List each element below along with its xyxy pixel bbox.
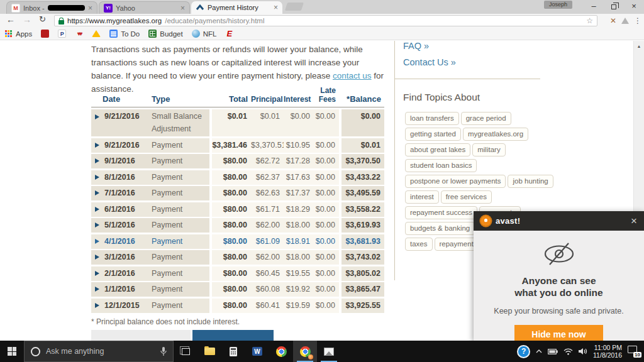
cell-balance: $3,925.55 [341, 299, 384, 313]
expand-arrow-icon[interactable] [91, 138, 103, 153]
table-row[interactable]: 6/1/2016 Payment $80.00 $61.71 $18.29 $0… [91, 202, 384, 217]
volume-icon[interactable] [579, 348, 587, 355]
table-row[interactable]: 4/1/2016 Payment $80.00 $61.09 $18.91 $0… [91, 234, 384, 249]
bookmark-item[interactable]: Budget [148, 30, 182, 38]
bookmark-item[interactable] [92, 30, 101, 37]
restore-button[interactable] [604, 0, 624, 14]
table-row[interactable]: 12/1/2015 Payment $80.00 $60.41 $19.59 $… [91, 299, 384, 313]
apps-shortcut[interactable]: Apps [5, 30, 32, 38]
expand-arrow-icon[interactable] [91, 154, 103, 168]
topic-tag[interactable]: student loan basics [405, 159, 477, 172]
chrome-button[interactable] [269, 341, 293, 362]
contact-us-link[interactable]: contact us [333, 71, 372, 80]
scrollbar-up-arrow[interactable]: ▲ [634, 41, 644, 48]
bookmark-item[interactable]: To Do [109, 30, 140, 38]
topic-tag[interactable]: postpone or lower payments [405, 175, 506, 188]
avast-extension-icon[interactable]: ✕ [610, 16, 616, 25]
action-center-button[interactable]: 10 [628, 346, 640, 357]
expand-arrow-icon[interactable] [91, 218, 103, 233]
microphone-icon[interactable] [160, 347, 167, 356]
reload-icon[interactable]: ↻ [39, 14, 46, 24]
chrome-active-button[interactable] [293, 341, 317, 362]
back-icon[interactable]: ← [6, 14, 15, 25]
battery-icon[interactable] [548, 349, 558, 354]
topic-tag[interactable]: taxes [405, 238, 433, 251]
tab-favicon [196, 3, 204, 12]
expand-arrow-icon[interactable] [91, 266, 103, 281]
hide-me-now-button[interactable]: Hide me now [514, 325, 602, 341]
cell-date: 9/21/2016 [103, 138, 152, 153]
bookmark-item[interactable]: E [225, 30, 233, 38]
topic-tag[interactable]: grace period [461, 112, 511, 125]
expand-arrow-icon[interactable] [91, 202, 103, 217]
topic-tag[interactable]: budgets & banking [405, 222, 475, 235]
close-window-button[interactable]: × [624, 0, 644, 14]
tab-close-icon[interactable]: × [274, 4, 278, 11]
topic-tag[interactable]: interest [405, 190, 439, 204]
profile-chip[interactable]: Joseph [544, 1, 572, 9]
help-icon[interactable]: ? [517, 345, 530, 358]
bookmark-item[interactable]: NFL [192, 30, 217, 38]
table-row[interactable]: 2/1/2016 Payment $80.00 $60.45 $19.55 $0… [91, 266, 384, 281]
table-row[interactable]: 9/21/2016 Payment $3,381.46 $3,370.51 $1… [91, 138, 384, 153]
table-row[interactable]: 7/1/2016 Payment $80.00 $62.63 $17.37 $0… [91, 186, 384, 200]
topic-tag[interactable]: free services [441, 190, 492, 204]
minimize-button[interactable]: – [584, 0, 604, 14]
url-host: https://www.mygreatlakes.org [67, 17, 162, 25]
new-tab-button[interactable] [285, 3, 304, 11]
expand-arrow-icon[interactable] [91, 109, 103, 137]
expand-arrow-icon[interactable] [91, 282, 103, 297]
topic-tag[interactable]: military [472, 143, 505, 156]
word-button[interactable]: W [245, 341, 269, 362]
table-row[interactable]: 1/1/2016 Payment $80.00 $60.08 $19.92 $0… [91, 282, 384, 297]
tab-close-icon[interactable]: × [88, 4, 92, 12]
browser-tab[interactable]: Payment History × [191, 1, 282, 14]
table-row[interactable]: 5/1/2016 Payment $80.00 $62.00 $18.00 $0… [91, 218, 384, 233]
faq-link[interactable]: FAQ » [403, 41, 429, 51]
topic-tag[interactable]: loan transfers [405, 112, 459, 125]
primary-action-button[interactable] [192, 330, 274, 341]
expand-arrow-icon[interactable] [91, 299, 103, 313]
browser-tab[interactable]: Y! Yahoo × [99, 1, 190, 14]
topic-tag[interactable]: job hunting [508, 175, 553, 188]
wifi-icon[interactable] [564, 348, 573, 355]
cell-total: $80.00 [212, 154, 251, 168]
bookmark-item[interactable]: P [58, 30, 66, 38]
photos-button[interactable] [317, 341, 341, 362]
topic-tag[interactable]: getting started [405, 128, 461, 141]
bookmark-icon [192, 30, 200, 38]
drive-extension-icon[interactable] [621, 18, 629, 24]
table-row[interactable]: 3/1/2016 Payment $80.00 $62.00 $18.00 $0… [91, 250, 384, 265]
topic-tag[interactable]: about great lakes [405, 143, 470, 156]
expand-arrow-icon[interactable] [91, 250, 103, 265]
tray-chevron-icon[interactable] [536, 349, 542, 353]
bookmark-item[interactable] [41, 30, 49, 38]
avast-close-icon[interactable]: × [631, 216, 637, 226]
bookmark-item[interactable]: ♥♥ [75, 30, 83, 38]
expand-arrow-icon[interactable] [91, 234, 103, 249]
tab-close-icon[interactable]: × [180, 4, 185, 12]
avast-popup-body: Anyone can see what you do online Keep y… [474, 231, 644, 341]
forward-icon[interactable]: → [23, 14, 31, 25]
expand-arrow-icon[interactable] [91, 186, 103, 200]
contact-us-sidebar-link[interactable]: Contact Us » [403, 57, 456, 67]
cortana-search-box[interactable]: Ask me anything [24, 341, 174, 362]
topic-tag[interactable]: repayment success [405, 206, 477, 219]
table-row[interactable]: 9/21/2016 Small Balance Adjustment $0.01… [91, 109, 384, 137]
expand-arrow-icon[interactable] [91, 170, 103, 185]
cell-date: 9/1/2016 [103, 154, 152, 168]
start-button[interactable] [0, 341, 24, 362]
topic-tag[interactable]: mygreatlakes.org [463, 128, 528, 141]
table-row[interactable]: 8/1/2016 Payment $80.00 $62.37 $17.63 $0… [91, 170, 384, 185]
file-explorer-button[interactable] [197, 341, 221, 362]
secondary-action-button[interactable] [91, 330, 191, 341]
taskbar-clock[interactable]: 11:00 PM 11/8/2016 [593, 344, 622, 359]
task-view-button[interactable] [174, 341, 197, 362]
calculator-button[interactable] [221, 341, 245, 362]
bookmark-star-icon[interactable]: ☆ [586, 16, 593, 25]
browser-tab[interactable]: M Inbox - × [6, 1, 97, 14]
table-row[interactable]: 9/1/2016 Payment $80.00 $62.72 $17.28 $0… [91, 154, 384, 168]
https-padlock-icon[interactable] [58, 18, 64, 25]
chrome-menu-icon[interactable]: ⋮ [634, 16, 641, 25]
url-bar[interactable]: https://www.mygreatlakes.org /educate/pa… [54, 15, 597, 26]
